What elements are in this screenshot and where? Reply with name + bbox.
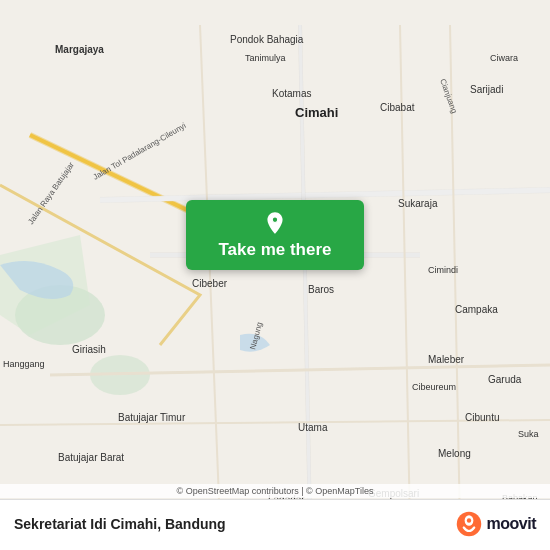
svg-text:Batujajar Timur: Batujajar Timur bbox=[118, 412, 186, 423]
svg-text:Baros: Baros bbox=[308, 284, 334, 295]
moovit-brand-text: moovit bbox=[487, 515, 536, 533]
svg-text:Hanggang: Hanggang bbox=[3, 359, 45, 369]
button-label: Take me there bbox=[218, 240, 331, 260]
svg-text:Cibabat: Cibabat bbox=[380, 102, 415, 113]
location-text: Sekretariat Idi Cimahi, Bandung bbox=[14, 516, 226, 532]
svg-text:Melong: Melong bbox=[438, 448, 471, 459]
location-pin-icon bbox=[262, 210, 288, 236]
svg-text:Cimindi: Cimindi bbox=[428, 265, 458, 275]
map-container: Jalan Tol Padalarang-Cileunyi Jalan Raya… bbox=[0, 0, 550, 550]
moovit-logo[interactable]: moovit bbox=[455, 510, 536, 538]
svg-text:Cimahi: Cimahi bbox=[295, 105, 338, 120]
take-me-there-button[interactable]: Take me there bbox=[186, 200, 364, 270]
map-attribution: © OpenStreetMap contributors | © OpenMap… bbox=[0, 484, 550, 498]
svg-text:Margajaya: Margajaya bbox=[55, 44, 104, 55]
svg-text:Batujajar Barat: Batujajar Barat bbox=[58, 452, 124, 463]
svg-text:Suka: Suka bbox=[518, 429, 539, 439]
svg-text:Cibeureum: Cibeureum bbox=[412, 382, 456, 392]
info-bar: Sekretariat Idi Cimahi, Bandung moovit bbox=[0, 499, 550, 550]
svg-text:Utama: Utama bbox=[298, 422, 328, 433]
svg-text:Cibeber: Cibeber bbox=[192, 278, 228, 289]
svg-text:Ciwara: Ciwara bbox=[490, 53, 518, 63]
svg-point-39 bbox=[466, 518, 470, 522]
moovit-icon bbox=[455, 510, 483, 538]
svg-text:Campaka: Campaka bbox=[455, 304, 498, 315]
svg-text:Pondok Bahagia: Pondok Bahagia bbox=[230, 34, 304, 45]
svg-text:Tanimulya: Tanimulya bbox=[245, 53, 286, 63]
map-background: Jalan Tol Padalarang-Cileunyi Jalan Raya… bbox=[0, 0, 550, 550]
svg-text:Sukaraja: Sukaraja bbox=[398, 198, 438, 209]
svg-text:Sarijadi: Sarijadi bbox=[470, 84, 503, 95]
svg-text:Maleber: Maleber bbox=[428, 354, 465, 365]
svg-text:Giriasih: Giriasih bbox=[72, 344, 106, 355]
svg-text:Kotamas: Kotamas bbox=[272, 88, 311, 99]
svg-point-36 bbox=[272, 217, 277, 222]
svg-text:Cibuntu: Cibuntu bbox=[465, 412, 499, 423]
svg-text:Garuda: Garuda bbox=[488, 374, 522, 385]
